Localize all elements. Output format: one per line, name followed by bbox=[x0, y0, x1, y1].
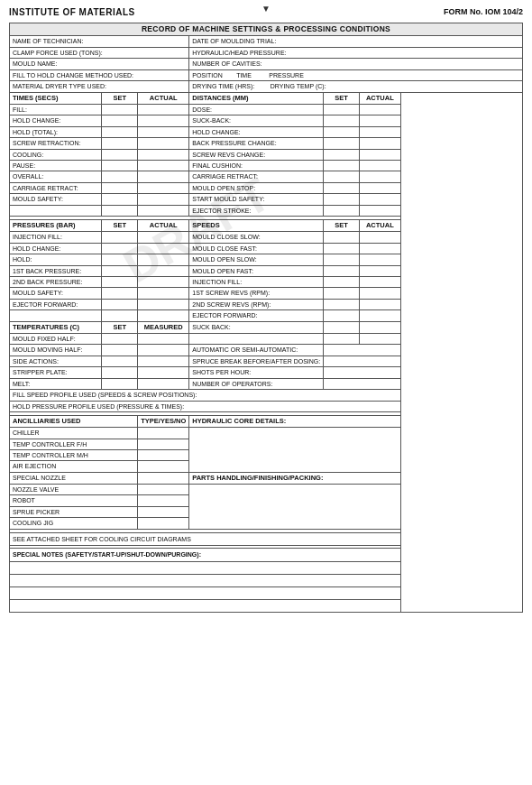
pressures-header: PRESSURES (BAR) bbox=[10, 220, 102, 232]
times-actual-header: ACTUAL bbox=[138, 92, 189, 104]
ancilliaries-header: ANCILLIARIES USED bbox=[10, 415, 138, 427]
hydraulic-head-label: HYDRAULIC/HEAD PRESSURE: bbox=[189, 47, 523, 58]
times-row-5: PAUSE: bbox=[10, 160, 102, 171]
speeds-actual-header: ACTUAL bbox=[360, 220, 401, 232]
temps-row-1: MOULD MOVING HALF: bbox=[10, 345, 102, 356]
pressures-row-5: MOULD SAFETY: bbox=[10, 288, 102, 299]
times-row-8: MOULD SAFETY: bbox=[10, 194, 102, 205]
temps-row-3: STRIPPER PLATE: bbox=[10, 367, 102, 378]
temps-row-0: MOULD FIXED HALF: bbox=[10, 333, 102, 344]
pressures-actual-header: ACTUAL bbox=[138, 220, 189, 232]
position-time-pressure-label: POSITION TIME PRESSURE bbox=[189, 69, 523, 80]
temps-row-2: SIDE ACTIONS: bbox=[10, 356, 102, 366]
num-operators-label: NUMBER OF OPERATORS: bbox=[189, 378, 324, 389]
times-row-1: HOLD CHANGE: bbox=[10, 115, 102, 126]
hydraulic-core-area bbox=[189, 428, 400, 473]
speeds-row-2: MOULD OPEN SLOW: bbox=[189, 254, 324, 265]
special-notes-line-4 bbox=[10, 599, 401, 612]
pressures-row-0: INJECTION FILL: bbox=[10, 232, 102, 243]
times-row-4: COOLING: bbox=[10, 149, 102, 160]
clamp-force-label: CLAMP FORCE USED (TONS): bbox=[10, 47, 189, 58]
ancil-row-3: AIR EJECTION bbox=[10, 461, 138, 472]
hold-profile-label: HOLD PRESSURE PROFILE USED (PRESSURE & T… bbox=[10, 401, 401, 411]
distances-row-9: EJECTOR STROKE: bbox=[189, 205, 324, 216]
speeds-row-8: SUCK BACK: bbox=[189, 321, 324, 333]
pressures-set-header: SET bbox=[102, 220, 138, 232]
distances-row-8: START MOULD SAFETY: bbox=[189, 194, 324, 205]
times-header: TIMES (SECS) bbox=[10, 92, 102, 104]
pressures-row-4: 2ND BACK PRESSURE: bbox=[10, 277, 102, 288]
pressures-row-6: EJECTOR FORWARD: bbox=[10, 299, 102, 309]
form-number: FORM No. IOM 104/2 bbox=[444, 7, 523, 16]
special-notes-header: SPECIAL NOTES (SAFETY/START-UP/SHUT-DOWN… bbox=[10, 549, 401, 561]
ancil-row-5: NOZZLE VALVE bbox=[10, 484, 138, 494]
arrow-icon: ▼ bbox=[261, 4, 271, 14]
distances-row-0: DOSE: bbox=[189, 104, 324, 115]
distances-row-2: HOLD CHANGE: bbox=[189, 126, 324, 137]
spruce-break-label: SPRUCE BREAK BEFORE/AFTER DOSING: bbox=[189, 356, 324, 366]
institute-name: INSTITUTE OF MATERIALS bbox=[9, 7, 135, 17]
temps-measured-header: MEASURED bbox=[138, 321, 189, 333]
speeds-row-5: 1ST SCREW REVS (RPM): bbox=[189, 288, 324, 299]
speeds-row-0: MOULD CLOSE SLOW: bbox=[189, 232, 324, 243]
special-notes-line-3 bbox=[10, 586, 401, 599]
technician-label: NAME OF TECHNICIAN: bbox=[10, 36, 189, 47]
speeds-header: SPEEDS bbox=[189, 220, 324, 232]
num-cavities-label: NUMBER OF CAVITIES: bbox=[189, 59, 523, 69]
drying-label: DRYING TIME (HRS): DRYING TEMP (C): bbox=[189, 81, 523, 92]
pressures-row-1: HOLD CHANGE: bbox=[10, 243, 102, 254]
speeds-row-1: MOULD CLOSE FAST: bbox=[189, 243, 324, 254]
temperatures-header: TEMPERATURES (C) bbox=[10, 321, 102, 333]
material-dryer-label: MATERIAL DRYER TYPE USED: bbox=[10, 81, 189, 92]
ancil-row-0: CHILLER bbox=[10, 428, 138, 439]
times-row-0: FILL: bbox=[10, 104, 102, 115]
speeds-set-header: SET bbox=[324, 220, 360, 232]
record-title: RECORD OF MACHINE SETTINGS & PROCESSING … bbox=[10, 23, 523, 36]
cooling-note: SEE ATTACHED SHEET FOR COOLING CIRCUIT D… bbox=[10, 532, 401, 545]
hydraulic-core-header: HYDRAULIC CORE DETAILS: bbox=[189, 415, 400, 427]
times-row-7: CARRIAGE RETRACT: bbox=[10, 182, 102, 193]
distances-row-3: BACK PRESSURE CHANGE: bbox=[189, 138, 324, 149]
fill-hold-label: FILL TO HOLD CHANGE METHOD USED: bbox=[10, 69, 189, 80]
auto-semi-label: AUTOMATIC OR SEMI-AUTOMATIC: bbox=[189, 345, 324, 356]
shots-per-hour-label: SHOTS PER HOUR: bbox=[189, 367, 324, 378]
distances-header: DISTANCES (MM) bbox=[189, 92, 324, 104]
distances-row-4: SCREW REVS CHANGE: bbox=[189, 149, 324, 160]
ancil-row-6: ROBOT bbox=[10, 495, 138, 506]
pressures-row-3: 1ST BACK PRESSURE: bbox=[10, 265, 102, 276]
parts-handling-header: PARTS HANDLING/FINISHING/PACKING: bbox=[189, 472, 400, 484]
parts-handling-area bbox=[189, 484, 400, 529]
speeds-row-4: INJECTION FILL: bbox=[189, 277, 324, 288]
main-form-table: RECORD OF MACHINE SETTINGS & PROCESSING … bbox=[9, 23, 523, 613]
distances-row-5: FINAL CUSHION: bbox=[189, 160, 324, 171]
speeds-row-6: 2ND SCREW REVS (RPM): bbox=[189, 299, 324, 309]
ancil-row-8: COOLING JIG bbox=[10, 518, 138, 529]
ancil-row-7: SPRUE PICKER bbox=[10, 506, 138, 517]
ancilliaries-type-header: TYPE/YES/NO bbox=[138, 415, 189, 427]
times-row-3: SCREW RETRACTION: bbox=[10, 138, 102, 149]
distances-row-6: CARRIAGE RETRACT: bbox=[189, 171, 324, 182]
moulding-date-label: DATE OF MOULDING TRIAL: bbox=[189, 36, 523, 47]
times-row-6: OVERALL: bbox=[10, 171, 102, 182]
distances-row-7: MOULD OPEN STOP: bbox=[189, 182, 324, 193]
ancil-row-2: TEMP CONTROLLER M/H bbox=[10, 449, 138, 460]
special-notes-line-1 bbox=[10, 561, 401, 574]
temps-set-header: SET bbox=[102, 321, 138, 333]
speeds-row-7: EJECTOR FORWARD: bbox=[189, 310, 324, 321]
ancil-row-1: TEMP CONTROLLER F/H bbox=[10, 439, 138, 449]
pressures-row-2: HOLD: bbox=[10, 254, 102, 265]
distances-row-1: SUCK-BACK: bbox=[189, 115, 324, 126]
distances-actual-header: ACTUAL bbox=[360, 92, 401, 104]
times-row-2: HOLD (TOTAL): bbox=[10, 126, 102, 137]
ancil-row-4: SPECIAL NOZZLE bbox=[10, 472, 138, 484]
fill-profile-label: FILL SPEED PROFILE USED (SPEEDS & SCREW … bbox=[10, 390, 401, 401]
distances-set-header: SET bbox=[324, 92, 360, 104]
temps-row-4: MELT: bbox=[10, 378, 102, 389]
mould-name-label: MOULD NAME: bbox=[10, 59, 189, 69]
times-set-header: SET bbox=[102, 92, 138, 104]
speeds-row-3: MOULD OPEN FAST: bbox=[189, 265, 324, 276]
special-notes-line-2 bbox=[10, 574, 401, 586]
